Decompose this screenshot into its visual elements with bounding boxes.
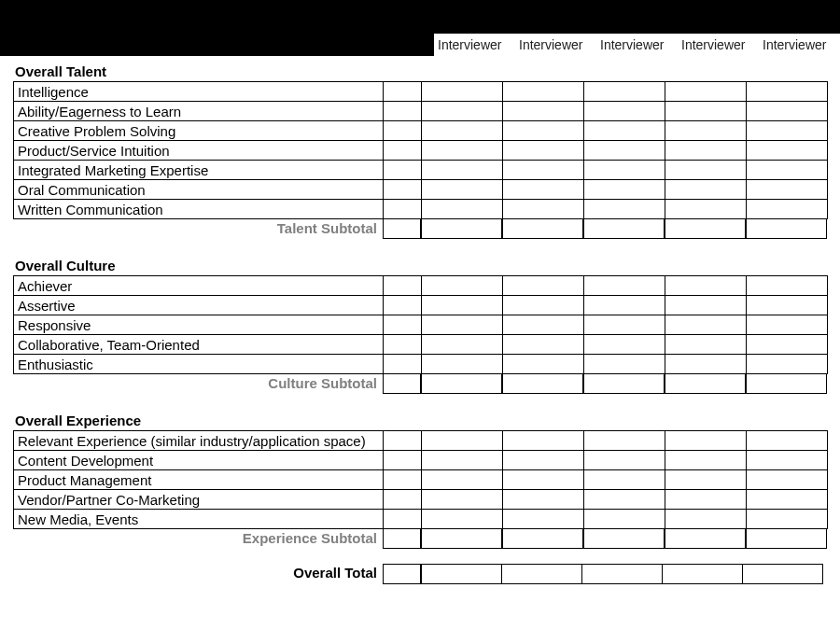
score-cell[interactable]: [584, 102, 665, 121]
score-cell[interactable]: [584, 82, 665, 102]
score-cell[interactable]: [747, 276, 828, 296]
score-cell[interactable]: [747, 451, 828, 470]
score-cell[interactable]: [503, 490, 584, 510]
score-cell[interactable]: [503, 200, 584, 219]
score-cell[interactable]: [665, 161, 747, 180]
score-cell[interactable]: [503, 510, 584, 529]
score-cell[interactable]: [422, 276, 503, 296]
score-cell[interactable]: [742, 564, 823, 584]
score-cell[interactable]: [503, 355, 584, 374]
score-cell[interactable]: [583, 219, 665, 239]
score-cell[interactable]: [747, 490, 828, 510]
score-cell[interactable]: [584, 161, 665, 180]
score-cell[interactable]: [502, 219, 583, 239]
score-cell[interactable]: [503, 102, 584, 121]
score-cell[interactable]: [665, 200, 747, 219]
score-cell[interactable]: [503, 335, 584, 355]
score-cell[interactable]: [746, 219, 827, 239]
score-cell[interactable]: [503, 141, 584, 161]
score-cell[interactable]: [747, 355, 828, 374]
score-cell[interactable]: [503, 431, 584, 451]
score-cell[interactable]: [422, 315, 503, 335]
score-cell[interactable]: [584, 470, 665, 490]
score-cell[interactable]: [665, 355, 747, 374]
score-cell[interactable]: [747, 200, 828, 219]
score-cell[interactable]: [422, 451, 503, 470]
score-cell[interactable]: [665, 121, 747, 141]
score-cell[interactable]: [584, 431, 665, 451]
score-cell[interactable]: [584, 510, 665, 529]
score-cell[interactable]: [422, 490, 503, 510]
score-cell[interactable]: [747, 121, 828, 141]
score-cell[interactable]: [422, 161, 503, 180]
score-cell[interactable]: [665, 180, 747, 200]
score-cell[interactable]: [583, 374, 665, 394]
score-cell[interactable]: [422, 82, 503, 102]
score-cell[interactable]: [665, 510, 747, 529]
score-cell[interactable]: [747, 141, 828, 161]
score-cell[interactable]: [665, 470, 747, 490]
score-cell[interactable]: [747, 102, 828, 121]
score-cell[interactable]: [421, 564, 502, 584]
score-cell[interactable]: [422, 121, 503, 141]
score-cell[interactable]: [501, 564, 582, 584]
score-cell[interactable]: [584, 121, 665, 141]
score-cell[interactable]: [665, 82, 747, 102]
score-cell[interactable]: [422, 180, 503, 200]
score-cell[interactable]: [584, 180, 665, 200]
score-cell[interactable]: [665, 490, 747, 510]
score-cell[interactable]: [503, 470, 584, 490]
score-cell[interactable]: [421, 374, 502, 394]
score-cell[interactable]: [665, 451, 747, 470]
score-cell[interactable]: [665, 219, 746, 239]
score-cell[interactable]: [662, 564, 743, 584]
score-cell[interactable]: [665, 431, 747, 451]
score-cell[interactable]: [665, 529, 746, 549]
score-cell[interactable]: [503, 180, 584, 200]
score-cell[interactable]: [422, 431, 503, 451]
score-cell[interactable]: [421, 219, 502, 239]
score-cell[interactable]: [422, 355, 503, 374]
score-cell[interactable]: [584, 315, 665, 335]
score-cell[interactable]: [665, 276, 747, 296]
score-cell[interactable]: [665, 335, 747, 355]
score-cell[interactable]: [422, 102, 503, 121]
score-cell[interactable]: [422, 296, 503, 315]
score-cell[interactable]: [747, 315, 828, 335]
score-cell[interactable]: [502, 529, 583, 549]
score-cell[interactable]: [503, 121, 584, 141]
score-cell[interactable]: [747, 82, 828, 102]
score-cell[interactable]: [422, 200, 503, 219]
score-cell[interactable]: [584, 141, 665, 161]
score-cell[interactable]: [665, 374, 746, 394]
score-cell[interactable]: [747, 431, 828, 451]
score-cell[interactable]: [422, 470, 503, 490]
score-cell[interactable]: [421, 529, 502, 549]
score-cell[interactable]: [747, 470, 828, 490]
score-cell[interactable]: [747, 296, 828, 315]
score-cell[interactable]: [503, 82, 584, 102]
score-cell[interactable]: [503, 315, 584, 335]
score-cell[interactable]: [584, 296, 665, 315]
score-cell[interactable]: [665, 296, 747, 315]
score-cell[interactable]: [665, 141, 747, 161]
score-cell[interactable]: [422, 141, 503, 161]
score-cell[interactable]: [746, 529, 827, 549]
score-cell[interactable]: [581, 564, 663, 584]
score-cell[interactable]: [584, 490, 665, 510]
score-cell[interactable]: [665, 315, 747, 335]
score-cell[interactable]: [584, 335, 665, 355]
score-cell[interactable]: [502, 374, 583, 394]
score-cell[interactable]: [584, 200, 665, 219]
score-cell[interactable]: [747, 335, 828, 355]
score-cell[interactable]: [503, 276, 584, 296]
score-cell[interactable]: [584, 276, 665, 296]
score-cell[interactable]: [503, 161, 584, 180]
score-cell[interactable]: [747, 161, 828, 180]
score-cell[interactable]: [747, 180, 828, 200]
score-cell[interactable]: [747, 510, 828, 529]
score-cell[interactable]: [746, 374, 827, 394]
score-cell[interactable]: [583, 529, 665, 549]
score-cell[interactable]: [665, 102, 747, 121]
score-cell[interactable]: [503, 451, 584, 470]
